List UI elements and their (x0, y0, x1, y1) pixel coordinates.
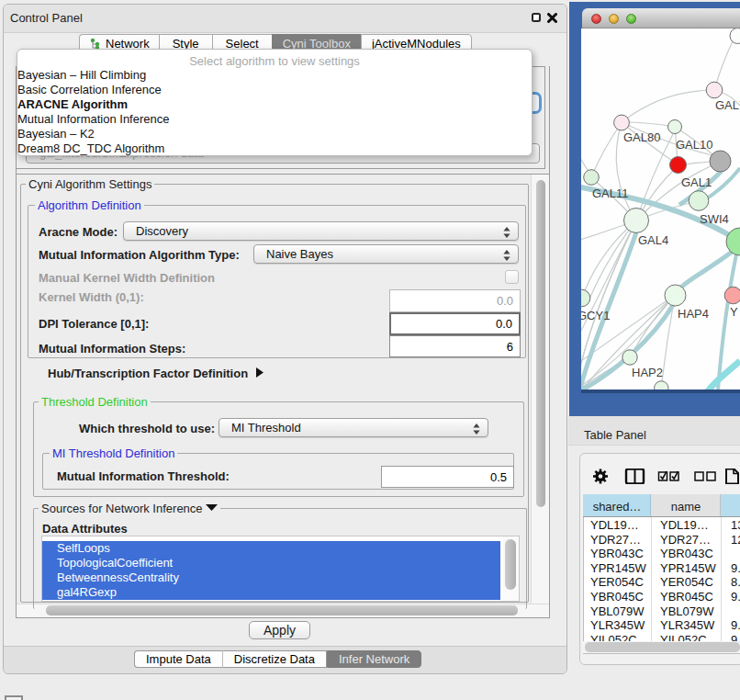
svg-text:GCY1: GCY1 (581, 309, 610, 322)
svg-text:SWI4: SWI4 (700, 212, 729, 226)
svg-text:GAL11: GAL11 (592, 186, 629, 200)
svg-text:GAL7: GAL7 (715, 98, 740, 112)
svg-text:Y: Y (730, 305, 738, 319)
svg-text:GAL10: GAL10 (676, 138, 712, 152)
svg-text:HAP2: HAP2 (632, 366, 663, 379)
svg-text:HAP4: HAP4 (678, 307, 709, 321)
svg-text:GAL80: GAL80 (623, 130, 660, 144)
svg-text:GAL4: GAL4 (638, 233, 668, 247)
svg-text:GAL1: GAL1 (681, 175, 712, 189)
